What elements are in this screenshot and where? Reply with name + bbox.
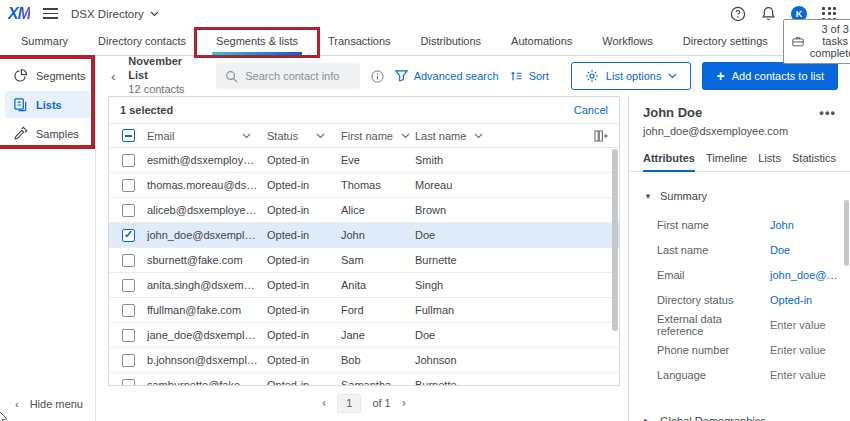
- sidebar-item-samples[interactable]: Samples: [5, 120, 90, 147]
- table-row[interactable]: esmith@dsxemployee.comOpted-inEveSmith: [109, 148, 619, 173]
- list-name: November List: [128, 55, 203, 83]
- lists-icon: [13, 97, 28, 112]
- tab-label: Distributions: [421, 35, 482, 47]
- attribute-value[interactable]: john_doe@dsxem...: [770, 269, 840, 281]
- briefcase-icon: [792, 36, 804, 47]
- cell-status: Opted-in: [267, 379, 341, 386]
- selected-count: 1 selected: [120, 104, 173, 116]
- help-icon[interactable]: [730, 6, 746, 22]
- cell-last-name: Smith: [415, 154, 619, 166]
- tab-summary[interactable]: Summary: [6, 27, 83, 55]
- section-label: Summary: [660, 190, 707, 202]
- cell-last-name: Doe: [415, 229, 619, 241]
- cell-email: anita.singh@dsxemployee...: [147, 279, 267, 291]
- back-button[interactable]: ‹: [109, 69, 117, 84]
- attribute-value[interactable]: Opted-in: [770, 294, 812, 306]
- cell-first-name: Anita: [341, 279, 415, 291]
- attribute-value[interactable]: Enter value: [770, 369, 826, 381]
- section-summary[interactable]: ▼Summary: [644, 190, 840, 202]
- add-column-icon[interactable]: [583, 130, 619, 142]
- directory-selector[interactable]: DSX Directory: [71, 8, 159, 20]
- cell-status: Opted-in: [267, 254, 341, 266]
- table-row[interactable]: thomas.moreau@dsxempl...Opted-inThomasMo…: [109, 173, 619, 198]
- detail-tab-timeline[interactable]: Timeline: [706, 144, 747, 171]
- prev-page-button[interactable]: ‹: [322, 396, 326, 410]
- tab-segments-lists[interactable]: Segments & lists: [201, 27, 313, 55]
- hamburger-menu-icon[interactable]: [43, 8, 58, 19]
- tab-directory-contacts[interactable]: Directory contacts: [83, 27, 201, 55]
- row-checkbox[interactable]: [122, 229, 135, 242]
- page-of-label: of 1: [372, 397, 390, 409]
- table-scrollbar-thumb[interactable]: [612, 149, 618, 331]
- filter-funnel-icon: [395, 70, 408, 82]
- current-page[interactable]: 1: [337, 394, 361, 413]
- info-icon[interactable]: [371, 70, 384, 83]
- select-all-checkbox[interactable]: [122, 129, 135, 142]
- contact-name: John Doe: [643, 105, 702, 120]
- chevron-down-icon: [668, 73, 677, 79]
- table-row[interactable]: aliceb@dsxemployee.comOpted-inAliceBrown: [109, 198, 619, 223]
- row-checkbox[interactable]: [122, 279, 135, 292]
- more-options-icon[interactable]: •••: [819, 106, 836, 119]
- attribute-row: Directory statusOpted-in: [657, 287, 840, 312]
- search-input[interactable]: [245, 70, 350, 82]
- row-checkbox[interactable]: [122, 329, 135, 342]
- tab-label: Segments & lists: [216, 35, 298, 47]
- row-checkbox[interactable]: [122, 204, 135, 217]
- cell-status: Opted-in: [267, 279, 341, 291]
- xm-directory-app: XM DSX Directory K SummaryDirectory cont…: [0, 0, 850, 421]
- add-contacts-button[interactable]: + Add contacts to list: [702, 62, 838, 90]
- column-header-first-name[interactable]: First name: [341, 130, 415, 142]
- next-page-button[interactable]: ›: [402, 396, 406, 410]
- tab-distributions[interactable]: Distributions: [406, 27, 497, 55]
- attribute-value[interactable]: Enter value: [770, 344, 826, 356]
- column-header-email[interactable]: Email: [147, 130, 267, 142]
- table-row[interactable]: jane_doe@dsxemployee....Opted-inJaneDoe: [109, 323, 619, 348]
- attribute-value[interactable]: John: [770, 219, 794, 231]
- panel-scrollbar-thumb[interactable]: [844, 200, 849, 266]
- detail-tab-attributes[interactable]: Attributes: [643, 144, 695, 171]
- column-header-status[interactable]: Status: [267, 130, 341, 142]
- table-row[interactable]: sburnett@fake.comOpted-inSamBurnette: [109, 248, 619, 273]
- table-row[interactable]: b.johnson@dsxemployee....Opted-inBobJohn…: [109, 348, 619, 373]
- cell-last-name: Johnson: [415, 354, 619, 366]
- column-header-last-name[interactable]: Last name: [415, 130, 583, 142]
- row-checkbox[interactable]: [122, 154, 135, 167]
- row-checkbox[interactable]: [122, 304, 135, 317]
- attribute-value[interactable]: Enter value: [770, 319, 826, 331]
- sidebar-item-lists[interactable]: Lists: [5, 91, 90, 118]
- list-options-button[interactable]: List options: [571, 62, 692, 90]
- table-scrollbar: [612, 149, 618, 381]
- cell-email: b.johnson@dsxemployee....: [147, 354, 267, 366]
- tasks-completed-badge[interactable]: 3 of 3 tasks completed: [783, 19, 850, 64]
- tab-automations[interactable]: Automations: [496, 27, 587, 55]
- tasks-completed-label: 3 of 3 tasks completed: [810, 23, 850, 59]
- cell-last-name: Brown: [415, 204, 619, 216]
- tab-workflows[interactable]: Workflows: [587, 27, 668, 55]
- cancel-selection-link[interactable]: Cancel: [574, 104, 608, 116]
- search-icon: [225, 70, 238, 83]
- row-checkbox[interactable]: [122, 354, 135, 367]
- table-row[interactable]: ffullman@fake.comOpted-inFordFullman: [109, 298, 619, 323]
- hide-menu-button[interactable]: ‹ Hide menu: [15, 398, 83, 410]
- sidebar-item-label: Segments: [36, 70, 86, 82]
- row-checkbox[interactable]: [122, 179, 135, 192]
- advanced-search-button[interactable]: Advanced search: [395, 70, 499, 82]
- table-row[interactable]: john_doe@dsxemployee....Opted-inJohnDoe: [109, 223, 619, 248]
- notifications-bell-icon[interactable]: [761, 6, 776, 21]
- tab-directory-settings[interactable]: Directory settings: [668, 27, 783, 55]
- sort-button[interactable]: Sort: [510, 70, 549, 82]
- detail-tab-lists[interactable]: Lists: [758, 144, 781, 171]
- table-row[interactable]: anita.singh@dsxemployee...Opted-inAnitaS…: [109, 273, 619, 298]
- detail-tab-statistics[interactable]: Statistics: [792, 144, 836, 171]
- row-checkbox[interactable]: [122, 254, 135, 267]
- cell-first-name: Alice: [341, 204, 415, 216]
- sidebar-item-segments[interactable]: Segments: [5, 62, 90, 89]
- tab-transactions[interactable]: Transactions: [313, 27, 406, 55]
- section-global-demographics[interactable]: ▶Global Demographics: [644, 415, 840, 421]
- contact-email: john_doe@dsxemployee.com: [629, 120, 850, 137]
- table-row[interactable]: samburnette@fake.comOpted-inSamanthaBurn…: [109, 373, 619, 386]
- cell-first-name: Jane: [341, 329, 415, 341]
- row-checkbox[interactable]: [122, 379, 135, 387]
- attribute-value[interactable]: Doe: [770, 244, 790, 256]
